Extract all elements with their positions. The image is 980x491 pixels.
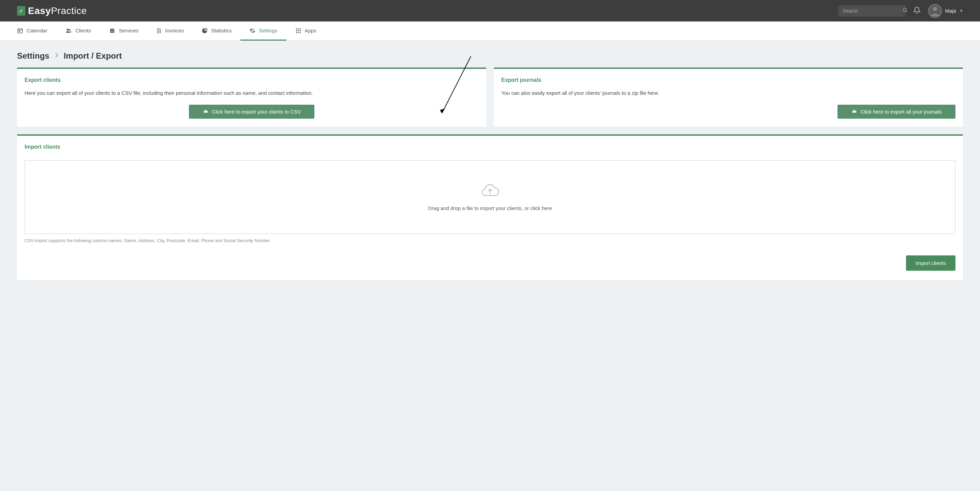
nav-invoices-label: Invoices <box>165 28 184 33</box>
csv-columns-note: CSV-import supports the following column… <box>25 238 955 243</box>
export-clients-button[interactable]: Click here to export your clients to CSV <box>189 105 315 119</box>
export-journals-title: Export journals <box>501 77 955 83</box>
nav-statistics-label: Statistics <box>211 28 232 33</box>
user-name-label: Maja <box>945 8 956 14</box>
logo-mark-icon: ✓ <box>17 6 25 16</box>
nav-services[interactable]: Services <box>100 21 148 41</box>
brand-logo[interactable]: ✓ EasyPractice <box>17 5 87 16</box>
apps-icon <box>295 28 301 34</box>
gear-icon <box>249 28 255 34</box>
notifications-icon[interactable] <box>913 6 921 15</box>
import-clients-card: Import clients Drag and drop a file to i… <box>17 134 963 280</box>
svg-point-0 <box>903 8 906 11</box>
svg-rect-15 <box>296 28 297 29</box>
svg-rect-17 <box>299 28 301 29</box>
breadcrumb: Settings Import / Export <box>0 41 980 68</box>
svg-rect-11 <box>111 28 113 29</box>
export-clients-card: Export clients Here you can export all o… <box>17 68 486 127</box>
svg-line-1 <box>906 11 907 12</box>
cloud-download-icon <box>851 109 857 114</box>
topbar-right: Maja ▼ <box>838 4 963 18</box>
svg-point-9 <box>69 29 71 31</box>
nav-settings-label: Settings <box>259 28 277 33</box>
avatar <box>928 4 942 18</box>
dropzone-text: Drag and drop a file to import your clie… <box>428 205 552 211</box>
nav-services-label: Services <box>119 28 139 33</box>
export-journals-button-label: Click here to export all your journals <box>861 109 942 114</box>
export-journals-button[interactable]: Click here to export all your journals <box>837 105 955 119</box>
search-icon[interactable] <box>903 8 908 14</box>
top-bar: ✓ EasyPractice Maja ▼ <box>0 0 980 21</box>
statistics-icon <box>202 28 208 34</box>
nav-calendar-label: Calendar <box>27 28 48 33</box>
svg-rect-16 <box>298 28 299 29</box>
import-clients-button[interactable]: Import clients <box>906 255 955 271</box>
services-icon <box>109 28 116 34</box>
nav-statistics[interactable]: Statistics <box>192 21 240 41</box>
chevron-down-icon: ▼ <box>959 9 963 13</box>
brand-name: EasyPractice <box>28 5 87 16</box>
page-content: Export clients Here you can export all o… <box>0 68 980 297</box>
cloud-download-icon <box>202 109 209 114</box>
export-journals-card: Export journals You can also easily expo… <box>494 68 963 127</box>
svg-rect-3 <box>18 29 22 33</box>
svg-rect-23 <box>299 32 301 33</box>
user-menu[interactable]: Maja ▼ <box>928 4 963 18</box>
svg-rect-20 <box>299 30 301 31</box>
invoices-icon <box>156 28 162 34</box>
export-clients-title: Export clients <box>25 77 479 83</box>
export-journals-text: You can also easily export all of your c… <box>501 89 955 97</box>
nav-calendar[interactable]: Calendar <box>17 21 56 41</box>
nav-apps-label: Apps <box>305 28 317 33</box>
calendar-icon <box>17 28 23 34</box>
export-clients-button-label: Click here to export your clients to CSV <box>212 109 301 114</box>
import-clients-title: Import clients <box>25 144 955 150</box>
svg-rect-10 <box>110 29 114 33</box>
svg-rect-21 <box>296 32 297 33</box>
svg-point-2 <box>933 7 937 11</box>
svg-rect-7 <box>19 31 20 32</box>
search-field[interactable] <box>838 5 906 17</box>
main-nav: Calendar Clients Services Invoices Stati… <box>0 21 980 41</box>
nav-clients-label: Clients <box>75 28 91 33</box>
nav-clients[interactable]: Clients <box>56 21 100 41</box>
breadcrumb-root[interactable]: Settings <box>17 51 49 61</box>
search-input[interactable] <box>843 8 903 14</box>
clients-icon <box>65 28 72 34</box>
nav-apps[interactable]: Apps <box>286 21 325 41</box>
svg-point-8 <box>67 29 69 31</box>
cloud-upload-icon <box>480 183 500 199</box>
svg-rect-18 <box>296 30 297 31</box>
nav-invoices[interactable]: Invoices <box>147 21 192 41</box>
nav-settings[interactable]: Settings <box>240 21 286 41</box>
svg-rect-22 <box>298 32 299 33</box>
chevron-right-icon <box>55 52 58 59</box>
breadcrumb-current: Import / Export <box>64 51 122 61</box>
import-dropzone[interactable]: Drag and drop a file to import your clie… <box>25 160 955 234</box>
svg-rect-19 <box>298 30 299 31</box>
export-clients-text: Here you can export all of your clients … <box>25 89 479 97</box>
import-clients-button-label: Import clients <box>916 260 946 266</box>
